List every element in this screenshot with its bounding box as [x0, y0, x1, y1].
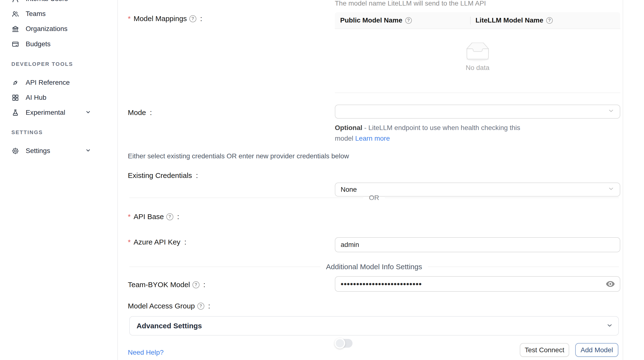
or-divider: OR: [129, 194, 619, 202]
advanced-settings-panel[interactable]: Advanced Settings: [129, 316, 619, 336]
api-base-label: API Base: [128, 212, 179, 221]
azure-api-key-label: Azure API Key: [128, 238, 186, 247]
sidebar-item-label: API Reference: [26, 79, 70, 86]
grid-icon: [12, 94, 19, 102]
table-empty-state: No data: [335, 29, 620, 93]
sidebar-item-label: Experimental: [26, 109, 65, 116]
chevron-down-icon: [85, 147, 91, 154]
sidebar-section-developer-tools: DEVELOPER TOOLS: [12, 61, 73, 67]
chevron-down-icon: [85, 109, 91, 116]
column-header-litellm-model-name: LiteLLM Model Name: [470, 16, 553, 24]
chevron-down-icon: [608, 186, 614, 194]
sidebar-item-label: Budgets: [26, 40, 50, 48]
teams-icon: [12, 10, 19, 18]
existing-credentials-label: Existing Credentials: [128, 171, 198, 180]
mode-helper-text: Optional - LiteLLM endpoint to use when …: [335, 122, 536, 144]
azure-api-key-field-wrap: [335, 276, 620, 292]
table-header-row: Public Model Name LiteLLM Model Name: [335, 12, 620, 29]
sidebar-item-organizations[interactable]: Organizations: [12, 21, 91, 36]
api-plug-icon: [12, 79, 19, 87]
model-access-group-label: Model Access Group: [128, 302, 210, 310]
sidebar-section-settings: SETTINGS: [12, 129, 43, 136]
api-base-field-wrap: [335, 237, 620, 252]
sidebar-item-experimental[interactable]: Experimental: [12, 105, 91, 120]
team-byok-toggle[interactable]: [336, 339, 352, 348]
required-asterisk: [128, 238, 131, 247]
bank-icon: [12, 25, 19, 33]
sidebar-item-label: AI Hub: [26, 94, 46, 102]
model-mappings-table: Public Model Name LiteLLM Model Name No …: [335, 12, 620, 93]
sidebar-item-api-reference[interactable]: API Reference: [12, 75, 91, 90]
column-header-public-model-name: Public Model Name: [335, 16, 470, 24]
test-connect-button[interactable]: Test Connect: [520, 343, 569, 357]
sidebar-item-budgets[interactable]: Budgets: [12, 36, 91, 52]
chevron-down-icon: [606, 322, 613, 330]
help-circle-icon[interactable]: [546, 17, 553, 24]
sidebar-item-label: Organizations: [26, 25, 68, 33]
mode-label: Mode: [128, 108, 152, 117]
sidebar-item-label: Teams: [26, 10, 46, 18]
no-data-text: No data: [466, 64, 489, 72]
model-mappings-label: Model Mappings: [128, 14, 202, 23]
help-circle-icon[interactable]: [192, 281, 200, 288]
gear-icon: [12, 147, 19, 155]
sidebar-item-label: Internal Users: [26, 0, 68, 3]
learn-more-link[interactable]: Learn more: [355, 134, 390, 142]
credentials-note: Either select existing credentials OR en…: [128, 152, 349, 160]
add-model-button[interactable]: Add Model: [575, 343, 618, 357]
help-circle-icon[interactable]: [405, 17, 412, 24]
header-divider: [470, 17, 471, 24]
sidebar-item-settings[interactable]: Settings: [12, 143, 91, 158]
additional-settings-divider: Additional Model Info Settings: [129, 263, 619, 271]
sidebar-item-ai-hub[interactable]: AI Hub: [12, 90, 91, 105]
credit-card-icon: [12, 40, 19, 48]
required-asterisk: [128, 14, 131, 23]
user-icon: [12, 0, 19, 3]
add-model-page: Internal Users Teams Organizations Budge…: [0, 0, 644, 360]
empty-inbox-icon: [463, 42, 493, 62]
azure-api-key-input[interactable]: [341, 280, 606, 289]
model-name-note: The model name LiteLLM will send to the …: [335, 0, 486, 7]
sidebar-item-teams[interactable]: Teams: [12, 6, 91, 21]
help-circle-icon[interactable]: [189, 15, 196, 22]
need-help-link[interactable]: Need Help?: [128, 348, 164, 356]
help-circle-icon[interactable]: [166, 213, 173, 220]
sidebar-item-internal-users[interactable]: Internal Users: [12, 0, 91, 6]
api-base-input[interactable]: [341, 241, 606, 249]
flask-icon: [12, 109, 19, 117]
help-circle-icon[interactable]: [197, 302, 204, 310]
sidebar: Internal Users Teams Organizations Budge…: [0, 0, 118, 360]
sidebar-item-label: Settings: [26, 147, 50, 155]
mode-select[interactable]: [335, 104, 620, 119]
team-byok-label: Team-BYOK Model: [128, 280, 205, 289]
required-asterisk: [128, 212, 131, 221]
content-right-border: [623, 0, 623, 360]
chevron-down-icon: [608, 108, 614, 116]
toggle-knob: [334, 338, 345, 348]
eye-icon[interactable]: [605, 279, 616, 289]
